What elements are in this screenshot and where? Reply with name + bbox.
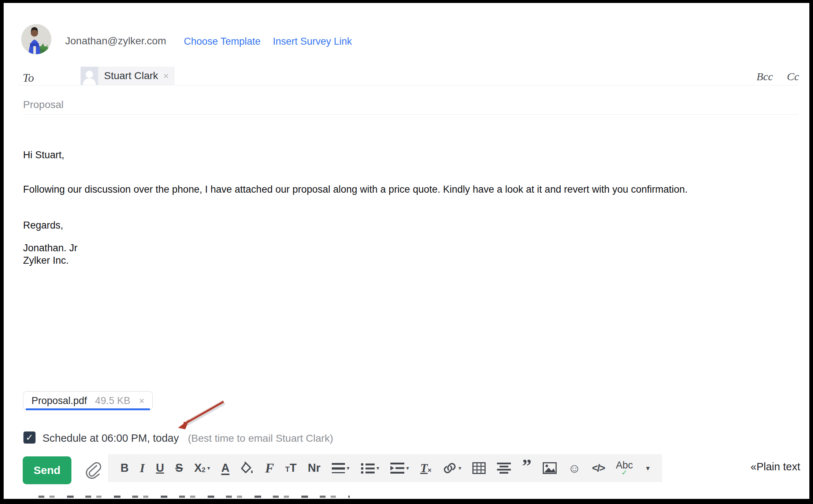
schedule-checkbox[interactable]: ✓	[23, 431, 36, 444]
spellcheck-button[interactable]: Abc ✓	[616, 461, 633, 475]
bcc-toggle[interactable]: Bcc	[757, 70, 773, 83]
attachment-chip[interactable]: Proposal.pdf 49.5 KB ×	[23, 391, 153, 410]
to-field-label: To	[23, 71, 34, 85]
clear-format-button[interactable]: T×	[420, 462, 432, 475]
attachment-size: 49.5 KB	[95, 395, 130, 407]
insert-image-button[interactable]	[543, 462, 557, 474]
remove-attachment-icon[interactable]: ×	[139, 396, 145, 406]
attach-file-button[interactable]	[85, 462, 101, 479]
chevron-down-icon: ▾	[459, 465, 461, 471]
insert-survey-link[interactable]: Insert Survey Link	[273, 36, 352, 47]
upload-progress-bar	[26, 408, 150, 410]
body-regards[interactable]: Regards,	[23, 219, 63, 231]
checkbox-check-icon: ✓	[26, 432, 33, 443]
schedule-best-time-hint: (Best time to email Stuart Clark)	[188, 433, 333, 444]
indent-button[interactable]: ▾	[390, 463, 409, 474]
strikethrough-button[interactable]: S	[175, 462, 183, 475]
schedule-label[interactable]: Schedule at 06:00 PM, today	[42, 432, 179, 444]
cc-toggle[interactable]: Cc	[787, 70, 799, 83]
indent-icon	[390, 463, 404, 474]
insert-link-button[interactable]: ▾	[443, 462, 461, 475]
chevron-down-icon: ▾	[376, 465, 379, 471]
chevron-down-icon: ▾	[646, 464, 650, 472]
plain-text-toggle[interactable]: «Plain text	[751, 461, 800, 473]
chevron-down-icon: ▾	[207, 465, 210, 471]
font-size-button[interactable]: TT	[285, 462, 297, 475]
subscript-button[interactable]: X2▾	[194, 462, 210, 475]
number-format-button[interactable]: Nr	[308, 462, 320, 475]
remove-recipient-icon[interactable]: ×	[163, 70, 169, 82]
toolbar-more-button[interactable]: ▾	[644, 464, 650, 472]
font-family-button[interactable]: F	[265, 460, 274, 476]
from-email[interactable]: Jonathan@zylker.com	[65, 35, 166, 47]
body-paragraph[interactable]: Following our discussion over the phone,…	[23, 183, 777, 196]
image-icon	[543, 462, 557, 474]
subject-divider	[23, 114, 798, 115]
line-spacing-button[interactable]	[497, 463, 511, 474]
chevron-down-icon: ▾	[406, 465, 409, 471]
formatting-toolbar: B I U S X2▾ A F TT Nr ▾ ▾	[108, 454, 662, 482]
body-signature[interactable]: Jonathan. Jr Zylker Inc.	[23, 242, 78, 267]
underline-button[interactable]: U	[156, 462, 164, 475]
insert-emoji-button[interactable]: ☺	[568, 461, 581, 475]
recipients-divider	[18, 85, 798, 85]
link-icon	[443, 462, 457, 475]
sender-avatar	[21, 24, 51, 54]
subject-field[interactable]: Proposal	[23, 99, 64, 111]
table-icon	[472, 462, 486, 474]
insert-code-button[interactable]: </>	[592, 462, 604, 474]
email-compose-window: Jonathan@zylker.com Choose Template Inse…	[4, 3, 809, 499]
align-justify-icon	[332, 463, 345, 473]
bullet-list-button[interactable]: ▾	[361, 463, 379, 474]
recipient-name: Stuart Clark	[104, 70, 158, 82]
paint-bucket-icon	[241, 462, 254, 474]
chevron-down-icon: ▾	[347, 465, 350, 471]
clipped-bottom-row	[38, 496, 350, 498]
font-color-button[interactable]: A	[221, 462, 229, 475]
contact-placeholder-icon	[81, 67, 98, 85]
body-greeting[interactable]: Hi Stuart,	[23, 149, 64, 161]
blockquote-button[interactable]: ”	[522, 463, 532, 474]
line-spacing-icon	[497, 463, 511, 474]
send-button[interactable]: Send	[23, 456, 71, 484]
bold-button[interactable]: B	[120, 462, 129, 475]
italic-button[interactable]: I	[140, 462, 145, 475]
bullet-list-icon	[361, 463, 375, 474]
signature-company: Zylker Inc.	[23, 254, 78, 267]
fill-color-button[interactable]	[241, 462, 254, 474]
annotation-arrow	[173, 396, 228, 432]
insert-table-button[interactable]	[472, 462, 486, 474]
signature-name: Jonathan. Jr	[23, 242, 78, 254]
recipient-chip[interactable]: Stuart Clark ×	[81, 67, 175, 85]
spellcheck-check-icon: ✓	[621, 470, 628, 475]
alignment-button[interactable]: ▾	[332, 463, 350, 473]
attachment-filename: Proposal.pdf	[31, 395, 87, 407]
choose-template-link[interactable]: Choose Template	[184, 36, 261, 47]
